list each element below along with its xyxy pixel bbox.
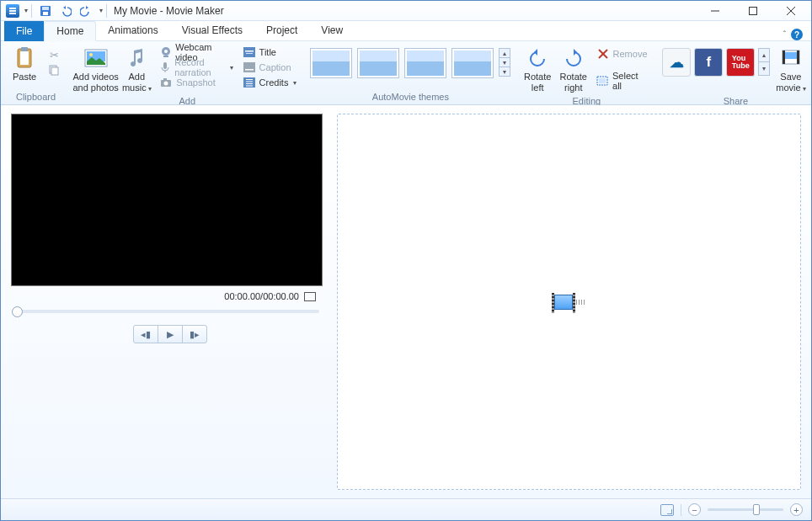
app-menu-caret[interactable]: ▾ xyxy=(24,7,28,14)
title-button[interactable]: Title xyxy=(239,45,301,60)
rotate-left-icon xyxy=(525,46,550,70)
save-icon[interactable] xyxy=(37,3,54,19)
select-all-icon xyxy=(596,74,609,88)
youtube-icon[interactable]: YouTube xyxy=(726,48,755,77)
scroll-up-icon[interactable]: ▴ xyxy=(758,48,770,62)
svg-rect-27 xyxy=(245,69,254,71)
caption-label: Caption xyxy=(259,62,291,72)
add-music-button[interactable]: Add music▾ xyxy=(120,45,153,94)
fullscreen-icon[interactable] xyxy=(304,292,316,301)
seek-bar[interactable] xyxy=(14,310,319,313)
add-music-label: Add music▾ xyxy=(122,72,152,93)
theme-thumbnail[interactable] xyxy=(404,48,446,78)
group-share: ☁ f YouTube ▴ ▾ Save movie▾ Share xyxy=(659,43,812,104)
tab-file[interactable]: File xyxy=(4,21,44,41)
svg-rect-1 xyxy=(42,7,49,10)
rotate-right-label: Rotate right xyxy=(560,72,587,93)
divider xyxy=(681,504,681,516)
zoom-thumb[interactable] xyxy=(753,504,760,515)
remove-icon xyxy=(596,47,610,61)
redo-icon[interactable] xyxy=(77,3,94,19)
tab-home[interactable]: Home xyxy=(44,21,96,41)
cut-button[interactable]: ✂ xyxy=(44,47,64,62)
svg-rect-24 xyxy=(245,51,254,52)
select-all-label: Select all xyxy=(612,71,649,91)
zoom-in-button[interactable]: + xyxy=(790,503,803,516)
ribbon: Paste ✂ Clipboard Add videos and photos … xyxy=(1,41,811,105)
zoom-out-button[interactable]: − xyxy=(688,503,701,516)
svg-rect-29 xyxy=(246,79,253,80)
clip-placeholder[interactable] xyxy=(554,295,585,310)
collapse-ribbon-icon[interactable]: ˆ xyxy=(783,30,786,40)
qat-customize-caret[interactable]: ▾ xyxy=(99,7,103,14)
tab-animations[interactable]: Animations xyxy=(96,20,169,40)
preview-pane: 00:00.00/00:00.00 ◂▮ ▶ ▮▸ xyxy=(1,105,334,498)
group-add: Add videos and photos Add music▾ Webcam … xyxy=(71,43,303,104)
rotate-left-label: Rotate left xyxy=(524,72,551,93)
svg-rect-22 xyxy=(163,78,167,81)
snapshot-button[interactable]: Snapshot xyxy=(156,75,236,90)
clipboard-icon xyxy=(12,46,37,70)
save-movie-button[interactable]: Save movie▾ xyxy=(772,45,809,94)
clip-thumbnail-icon[interactable] xyxy=(554,295,573,310)
scissors-icon: ✂ xyxy=(47,48,61,61)
expand-gallery-icon[interactable]: ▾ xyxy=(499,66,510,77)
snapshot-label: Snapshot xyxy=(176,77,215,88)
rotate-left-button[interactable]: Rotate left xyxy=(521,45,554,94)
clip-handle-icon[interactable] xyxy=(576,300,585,305)
svg-rect-4 xyxy=(749,7,756,14)
credits-button[interactable]: Credits▾ xyxy=(239,75,301,90)
copy-icon xyxy=(47,63,61,77)
svg-rect-8 xyxy=(20,51,29,65)
svg-rect-9 xyxy=(21,47,28,51)
remove-label: Remove xyxy=(613,49,648,59)
caption-button[interactable]: Caption xyxy=(239,60,301,75)
time-display: 00:00.00/00:00.00 xyxy=(224,291,299,301)
storyboard[interactable] xyxy=(337,114,801,490)
add-videos-label: Add videos and photos xyxy=(72,72,118,93)
select-all-button[interactable]: Select all xyxy=(593,73,653,88)
onedrive-icon[interactable]: ☁ xyxy=(662,48,691,77)
tab-project[interactable]: Project xyxy=(254,20,309,40)
svg-rect-2 xyxy=(43,12,48,15)
add-videos-photos-button[interactable]: Add videos and photos xyxy=(74,45,117,94)
record-narration-button[interactable]: Record narration▾ xyxy=(156,60,236,75)
minimize-button[interactable] xyxy=(696,1,734,21)
credits-label: Credits xyxy=(259,77,289,88)
undo-icon[interactable] xyxy=(57,3,74,19)
rotate-right-button[interactable]: Rotate right xyxy=(557,45,590,94)
svg-rect-31 xyxy=(246,83,253,84)
facebook-icon[interactable]: f xyxy=(694,48,723,77)
svg-rect-11 xyxy=(51,67,58,75)
paste-button[interactable]: Paste xyxy=(8,45,41,84)
theme-thumbnail[interactable] xyxy=(310,48,352,78)
tab-view[interactable]: View xyxy=(309,20,355,40)
credits-icon xyxy=(243,76,256,89)
previous-frame-button[interactable]: ◂▮ xyxy=(133,325,158,343)
theme-thumbnail[interactable] xyxy=(451,48,494,78)
maximize-button[interactable] xyxy=(734,1,772,21)
save-movie-label: Save movie▾ xyxy=(776,72,805,93)
tab-visual-effects[interactable]: Visual Effects xyxy=(170,20,254,40)
window-title: My Movie - Movie Maker xyxy=(114,5,224,17)
help-icon[interactable]: ? xyxy=(791,29,803,40)
svg-rect-25 xyxy=(246,53,253,54)
zoom-slider[interactable] xyxy=(708,508,783,511)
svg-rect-26 xyxy=(243,62,255,72)
remove-button[interactable]: Remove xyxy=(593,46,653,61)
app-icon xyxy=(6,4,19,18)
paste-label: Paste xyxy=(13,72,36,82)
svg-point-16 xyxy=(164,50,168,53)
divider xyxy=(31,4,32,18)
expand-gallery-icon[interactable]: ▾ xyxy=(758,61,770,76)
theme-thumbnail[interactable] xyxy=(357,48,399,78)
play-button[interactable]: ▶ xyxy=(158,325,183,343)
next-frame-button[interactable]: ▮▸ xyxy=(182,325,207,343)
preview-video[interactable] xyxy=(11,114,323,286)
camera-icon xyxy=(159,76,173,89)
copy-button[interactable] xyxy=(44,62,64,77)
status-bar: − + xyxy=(1,498,811,520)
svg-point-21 xyxy=(164,82,168,86)
thumbnail-size-icon[interactable] xyxy=(660,504,674,516)
close-button[interactable] xyxy=(772,1,809,21)
